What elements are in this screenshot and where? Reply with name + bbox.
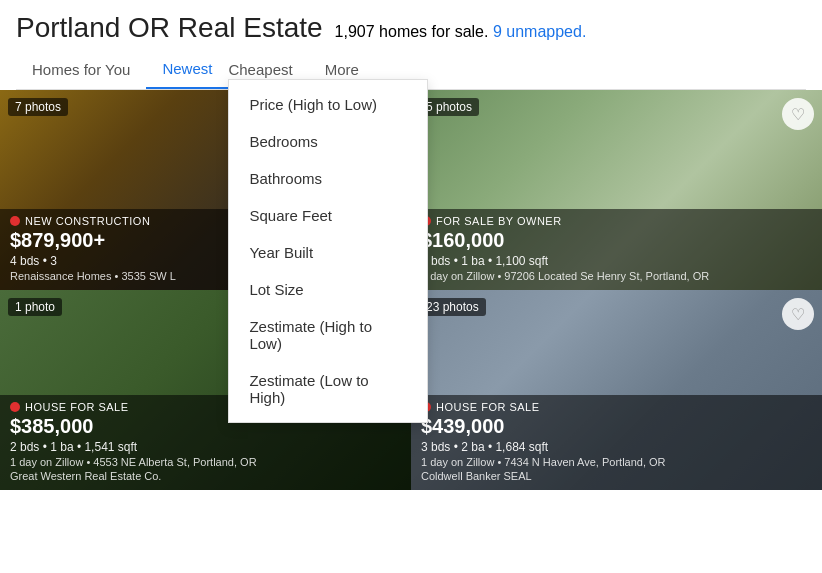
listing-sub: 1 day on Zillow • 4553 NE Alberta St, Po…: [10, 456, 401, 468]
unmapped-link[interactable]: 9 unmapped.: [493, 23, 586, 40]
nav-newest[interactable]: Newest: [146, 50, 228, 89]
dropdown-item-bathrooms[interactable]: Bathrooms: [229, 160, 427, 197]
dropdown-item-square-feet[interactable]: Square Feet: [229, 197, 427, 234]
listing-sub-2: Coldwell Banker SEAL: [421, 470, 812, 482]
page-title: Portland OR Real Estate: [16, 12, 323, 44]
listing-type: HOUSE FOR SALE: [421, 401, 812, 413]
photo-count-badge: 23 photos: [419, 298, 486, 316]
homes-count: 1,907 homes for sale.: [335, 23, 489, 40]
listing-details: 2 bds • 1 ba • 1,541 sqft: [10, 440, 401, 454]
listing-sub: 1 day on Zillow • 97206 Located Se Henry…: [421, 270, 812, 282]
heart-button[interactable]: ♡: [782, 298, 814, 330]
heart-button[interactable]: ♡: [782, 98, 814, 130]
listing-details: 2 bds • 1 ba • 1,100 sqft: [421, 254, 812, 268]
listing-card[interactable]: 5 photos ♡ FOR SALE BY OWNER $160,000 2 …: [411, 90, 822, 290]
dropdown-item-zestimate-low-high[interactable]: Zestimate (Low to High): [229, 362, 427, 416]
dropdown-item-price-high-low[interactable]: Price (High to Low): [229, 86, 427, 123]
nav-bar: Homes for You Newest Cheapest Price (Hig…: [16, 50, 806, 90]
dropdown-wrapper: Cheapest Price (High to Low) Bedrooms Ba…: [228, 61, 308, 79]
status-dot: [10, 402, 20, 412]
listing-price: $439,000: [421, 415, 812, 438]
page-header: Portland OR Real Estate 1,907 homes for …: [0, 0, 822, 90]
sort-dropdown-menu: Price (High to Low) Bedrooms Bathrooms S…: [228, 79, 428, 423]
title-row: Portland OR Real Estate 1,907 homes for …: [16, 12, 806, 44]
listing-price: $160,000: [421, 229, 812, 252]
listing-info: FOR SALE BY OWNER $160,000 2 bds • 1 ba …: [411, 209, 822, 290]
listing-type: FOR SALE BY OWNER: [421, 215, 812, 227]
status-dot: [10, 216, 20, 226]
homes-count-text: 1,907 homes for sale. 9 unmapped.: [335, 23, 587, 41]
dropdown-item-zestimate-high-low[interactable]: Zestimate (High to Low): [229, 308, 427, 362]
dropdown-item-year-built[interactable]: Year Built: [229, 234, 427, 271]
listing-card[interactable]: 23 photos ♡ HOUSE FOR SALE $439,000 3 bd…: [411, 290, 822, 490]
dropdown-item-bedrooms[interactable]: Bedrooms: [229, 123, 427, 160]
listing-info: HOUSE FOR SALE $439,000 3 bds • 2 ba • 1…: [411, 395, 822, 490]
listing-details: 3 bds • 2 ba • 1,684 sqft: [421, 440, 812, 454]
nav-homes-for-you[interactable]: Homes for You: [32, 51, 146, 88]
photo-count-badge: 7 photos: [8, 98, 68, 116]
photo-count-badge: 1 photo: [8, 298, 62, 316]
listing-sub-2: Great Western Real Estate Co.: [10, 470, 401, 482]
listing-sub: 1 day on Zillow • 7434 N Haven Ave, Port…: [421, 456, 812, 468]
dropdown-item-lot-size[interactable]: Lot Size: [229, 271, 427, 308]
